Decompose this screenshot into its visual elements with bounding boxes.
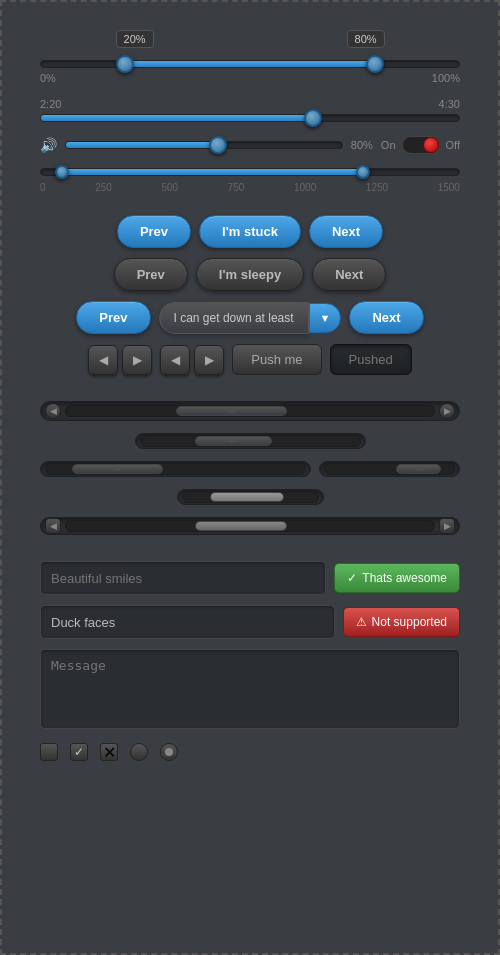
message-textarea[interactable] [40,649,460,729]
prev-btn-1[interactable]: Prev [117,215,191,248]
sleepy-btn[interactable]: I'm sleepy [196,258,304,291]
dropdown-main[interactable]: I can get down at least [159,302,309,334]
prev-icon-btn-1[interactable]: ◀ [88,345,118,375]
range1-track[interactable] [40,60,460,68]
checkmark-icon: ✓ [74,745,84,759]
prev-btn-2[interactable]: Prev [114,258,188,291]
prev-icon-btn-2[interactable]: ◀ [160,345,190,375]
toggle-switch[interactable] [402,136,440,154]
range-labels: 0 250 500 750 1000 1250 1500 [40,182,460,193]
scrollbar-1[interactable]: ◀ ··· ▶ [40,401,460,421]
scroll-thumb-4[interactable] [210,492,284,502]
range2-fill [41,115,313,121]
dropdown-button: I can get down at least ▼ [159,302,342,334]
check-radio-row: ✓ ✕ [40,743,460,761]
next-btn-3[interactable]: Next [349,301,423,334]
audio-percentage: 80% [351,139,373,151]
scroll-thumb-3b[interactable]: ··· [396,464,441,474]
checkbox-checked[interactable]: ✓ [70,743,88,761]
success-icon: ✓ [347,571,357,585]
next-btn-2[interactable]: Next [312,258,386,291]
scrollbar-4[interactable] [177,489,324,505]
rl-500: 500 [161,182,178,193]
scroll-right-1[interactable]: ▶ [439,403,455,419]
error-btn[interactable]: ⚠ Not supported [343,607,460,637]
input-row-1: ✓ Thats awesome [40,561,460,595]
scroll-thumb-2[interactable]: ··· [195,436,272,446]
scroll-track-4 [182,491,319,503]
scroll-track-2: ··· [140,435,361,447]
rl-1250: 1250 [366,182,388,193]
toggle-wrap: On Off [381,136,460,154]
range2-thumb[interactable] [304,109,322,127]
high-badge: 80% [347,30,385,48]
scroll-left-5[interactable]: ◀ [45,518,61,534]
audio-thumb[interactable] [209,136,227,154]
scroll-thumb-3a[interactable]: ··· [72,464,163,474]
multi-thumb1[interactable] [55,165,69,179]
pushed-btn[interactable]: Pushed [330,344,412,375]
radio-empty[interactable] [130,743,148,761]
error-label: Not supported [372,615,447,629]
scrollbar-5[interactable]: ◀ ▶ [40,517,460,535]
rl-0: 0 [40,182,46,193]
form-section: ✓ Thats awesome ⚠ Not supported ✓ ✕ [40,561,460,761]
push-btn[interactable]: Push me [232,344,321,375]
checkbox-x[interactable]: ✕ [100,743,118,761]
time-min: 2:20 [40,98,61,110]
scrollbar-2[interactable]: ··· [135,433,366,449]
button-row-2: Prev I'm sleepy Next [40,258,460,291]
radio-filled[interactable] [160,743,178,761]
scroll-left-1[interactable]: ◀ [45,403,61,419]
range1-thumb2[interactable] [366,55,384,73]
low-badge: 20% [116,30,154,48]
input-duck-faces[interactable] [40,605,335,639]
scroll-dots-3b: ··· [415,464,423,474]
on-label: On [381,139,396,151]
dual-range-slider: 20% 80% 0% 100% [40,30,460,84]
range1-min: 0% [40,72,56,84]
rl-250: 250 [95,182,112,193]
scroll-right-5[interactable]: ▶ [439,518,455,534]
range2-track[interactable] [40,114,460,122]
icon-btn-group-1: ◀ ▶ [88,345,152,375]
off-label: Off [446,139,460,151]
next-icon-btn-2[interactable]: ▶ [194,345,224,375]
scroll-dots-3a: ··· [114,464,122,474]
range1-thumb1[interactable] [116,55,134,73]
dropdown-arrow[interactable]: ▼ [309,303,342,333]
prev-btn-3[interactable]: Prev [76,301,150,334]
rl-1500: 1500 [438,182,460,193]
audio-fill [66,142,218,148]
audio-row: 🔊 80% On Off [40,136,460,154]
multi-track[interactable] [40,168,460,176]
stuck-btn[interactable]: I'm stuck [199,215,301,248]
button-row-3: Prev I can get down at least ▼ Next [40,301,460,334]
volume-icon: 🔊 [40,137,57,153]
next-btn-1[interactable]: Next [309,215,383,248]
success-label: Thats awesome [362,571,447,585]
scroll-thumb-1[interactable]: ··· [176,406,286,416]
audio-track[interactable] [65,141,343,149]
narrow-scrollbar-wrap [40,489,460,505]
scroll-thumb-5[interactable] [195,521,287,531]
toggle-knob [423,137,439,153]
multi-thumb-slider: 0 250 500 750 1000 1250 1500 [40,168,460,193]
audio-track-wrap [65,141,343,149]
scrollbar-section: ◀ ··· ▶ ··· ··· [40,401,460,535]
error-icon: ⚠ [356,615,367,629]
input-beautiful-smiles[interactable] [40,561,326,595]
dual-scroll-row: ··· ··· [40,461,460,477]
next-icon-btn-1[interactable]: ▶ [122,345,152,375]
scroll-dots-2: ··· [230,436,238,446]
multi-fill [62,169,363,175]
scrollbar-3b[interactable]: ··· [319,461,460,477]
checkbox-empty[interactable] [40,743,58,761]
multi-thumb2[interactable] [356,165,370,179]
scroll-track-3b: ··· [324,463,455,475]
scroll-dots-1: ··· [228,406,236,416]
x-icon: ✕ [103,743,116,762]
success-btn[interactable]: ✓ Thats awesome [334,563,460,593]
time-max: 4:30 [439,98,460,110]
scrollbar-3a[interactable]: ··· [40,461,311,477]
